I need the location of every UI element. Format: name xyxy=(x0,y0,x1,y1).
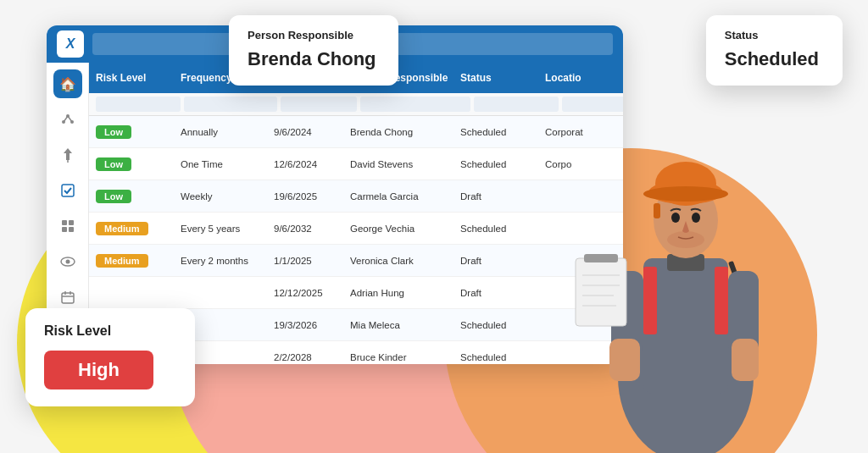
svg-rect-10 xyxy=(69,227,74,232)
filter-row xyxy=(89,93,623,116)
svg-point-12 xyxy=(65,260,70,264)
svg-rect-6 xyxy=(62,185,74,196)
cell-frequency: Annually xyxy=(181,127,274,137)
cell-status: Scheduled xyxy=(460,159,545,169)
tooltip-person-value: Brenda Chong xyxy=(248,48,380,70)
cell-date: 19/3/2026 xyxy=(274,320,350,330)
svg-rect-8 xyxy=(69,220,74,225)
svg-rect-19 xyxy=(643,267,657,334)
cell-date: 1/1/2025 xyxy=(274,256,350,266)
app-logo: X xyxy=(57,30,84,58)
filter-person[interactable] xyxy=(360,97,470,112)
cell-risk: Low xyxy=(96,157,181,171)
sidebar-item-calendar[interactable] xyxy=(53,283,82,312)
col-status: Status xyxy=(460,72,545,84)
cell-frequency: Every 2 months xyxy=(181,256,274,266)
card-risk-level: Risk Level High xyxy=(25,308,195,406)
svg-point-25 xyxy=(643,186,728,202)
filter-date[interactable] xyxy=(281,97,357,112)
table-row[interactable]: Low Annually 9/6/2024 Brenda Chong Sched… xyxy=(89,116,623,148)
cell-status: Draft xyxy=(460,256,545,266)
sidebar-item-pin[interactable] xyxy=(53,141,82,169)
svg-rect-26 xyxy=(654,203,660,218)
tooltip-person-label: Person Responsible xyxy=(248,29,380,41)
svg-rect-30 xyxy=(609,339,640,381)
cell-status: Draft xyxy=(460,191,545,202)
risk-level-badge: High xyxy=(44,351,153,389)
tooltip-person-responsible: Person Responsible Brenda Chong xyxy=(229,15,398,86)
svg-point-40 xyxy=(667,231,704,248)
filter-risk[interactable] xyxy=(96,97,181,112)
cell-person: Adrian Hung xyxy=(350,288,460,298)
filter-status[interactable] xyxy=(474,97,559,112)
cell-status: Draft xyxy=(460,288,545,298)
cell-status: Scheduled xyxy=(460,352,545,362)
cell-frequency: One Time xyxy=(181,159,274,169)
cell-person: Mia Meleca xyxy=(350,320,460,330)
cell-person: Bruce Kinder xyxy=(350,352,460,362)
cell-frequency: Weekly xyxy=(181,191,274,202)
cell-date: 19/6/2025 xyxy=(274,191,350,202)
cell-risk: Low xyxy=(96,190,181,203)
cell-date: 9/6/2032 xyxy=(274,224,350,234)
card-risk-label: Risk Level xyxy=(44,323,176,339)
cell-person: George Vechia xyxy=(350,224,460,234)
tooltip-status: Status Scheduled xyxy=(706,15,843,86)
svg-rect-20 xyxy=(715,267,728,334)
cell-date: 12/6/2024 xyxy=(274,159,350,169)
cell-person: Veronica Clark xyxy=(350,256,460,266)
cell-risk: Medium xyxy=(96,254,181,268)
col-location: Locatio xyxy=(545,72,621,84)
svg-rect-31 xyxy=(576,258,626,326)
cell-status: Scheduled xyxy=(460,320,545,330)
svg-rect-39 xyxy=(732,339,759,381)
svg-line-4 xyxy=(68,116,72,122)
filter-frequency[interactable] xyxy=(184,97,277,112)
cell-frequency: Every 5 years xyxy=(181,224,274,234)
tooltip-status-label: Status xyxy=(725,29,819,41)
sidebar-item-grid[interactable] xyxy=(53,212,82,240)
cell-date: 12/12/2025 xyxy=(274,288,350,298)
sidebar-item-home[interactable]: 🏠 xyxy=(53,69,82,98)
svg-rect-9 xyxy=(62,227,67,232)
svg-point-28 xyxy=(692,213,700,223)
cell-status: Scheduled xyxy=(460,127,545,137)
sidebar-item-check[interactable] xyxy=(53,176,82,205)
cell-person: Brenda Chong xyxy=(350,127,460,137)
svg-line-3 xyxy=(64,116,68,122)
cell-risk: Medium xyxy=(96,222,181,235)
sidebar-item-eye[interactable] xyxy=(53,247,82,276)
table-row[interactable]: 12/12/2025 Adrian Hung Draft xyxy=(89,277,623,309)
sidebar-item-share[interactable] xyxy=(53,105,82,134)
col-risk-level: Risk Level xyxy=(96,72,181,84)
cell-status: Scheduled xyxy=(460,224,545,234)
table-row[interactable]: Low Weekly 19/6/2025 Carmela Garcia Draf… xyxy=(89,180,623,213)
svg-rect-32 xyxy=(584,254,618,262)
table-row[interactable]: Low One Time 12/6/2024 David Stevens Sch… xyxy=(89,148,623,180)
cell-person: David Stevens xyxy=(350,159,460,169)
cell-date: 2/2/2028 xyxy=(274,352,350,362)
table-row[interactable]: Medium Every 2 months 1/1/2025 Veronica … xyxy=(89,245,623,277)
svg-rect-7 xyxy=(62,220,67,225)
cell-risk: Low xyxy=(96,125,181,139)
svg-rect-13 xyxy=(62,293,74,303)
table-row[interactable]: Medium Every 5 years 9/6/2032 George Vec… xyxy=(89,213,623,245)
cell-person: Carmela Garcia xyxy=(350,191,460,202)
svg-point-27 xyxy=(671,213,680,223)
tooltip-status-value: Scheduled xyxy=(725,48,819,70)
cell-date: 9/6/2024 xyxy=(274,127,350,137)
worker-figure xyxy=(559,89,830,453)
